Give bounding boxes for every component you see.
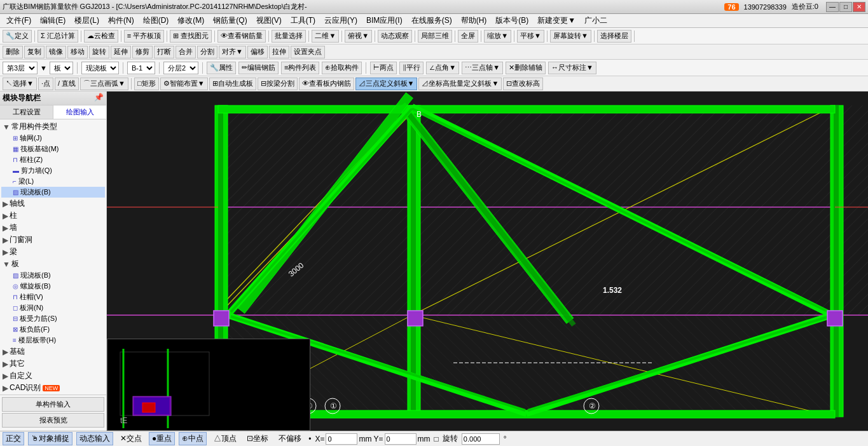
toolbar1-btn[interactable]: 动态观察 [378, 30, 412, 43]
floor-select[interactable]: 第3层 [3, 62, 38, 74]
tree-group-common[interactable]: ▼ 常用构件类型 [1, 121, 105, 133]
tree-group-other[interactable]: ▶其它 [1, 358, 105, 370]
rect-button[interactable]: □矩形 [134, 78, 159, 90]
menu-item-y[interactable]: 云应用(Y) [320, 14, 361, 27]
element-type-select[interactable]: 板 [50, 62, 73, 74]
property-button[interactable]: 🔧属性 [207, 62, 236, 74]
split-by-beam-button[interactable]: ⊟按梁分割 [258, 78, 298, 90]
edit-rebar-button[interactable]: ✏编辑钢筋 [238, 62, 279, 74]
tree-item-hole[interactable]: ◻板洞(N) [1, 302, 105, 313]
drawing-input-tab[interactable]: 绘图输入 [53, 105, 106, 119]
menu-item-h[interactable]: 帮助(H) [457, 14, 491, 27]
center-status[interactable]: ⊕中点 [179, 432, 207, 445]
smart-layout-button[interactable]: ⚙智能布置▼ [160, 78, 208, 90]
minimize-button[interactable]: — [826, 2, 839, 12]
view-slab-rebar-button[interactable]: 👁查看板内钢筋 [299, 78, 354, 90]
menu-item-bimi[interactable]: BIM应用(I) [362, 14, 406, 27]
maximize-button[interactable]: □ [839, 2, 852, 12]
toolbar2-btn[interactable]: 偏移 [247, 46, 268, 58]
menu-item-[interactable]: 广小二 [581, 14, 611, 27]
tree-item-colcap[interactable]: ⊓柱帽(V) [1, 292, 105, 302]
toolbar2-btn[interactable]: 拉伸 [269, 46, 289, 58]
toolbar1-btn[interactable]: 俯视▼ [345, 30, 372, 43]
three-point-axis-button[interactable]: ⋯三点轴▼ [462, 62, 503, 74]
snap-status[interactable]: 🖱对象捕捉 [28, 432, 72, 445]
midpoint-status[interactable]: ●重点 [149, 432, 175, 445]
toolbar1-btn[interactable]: 缩放▼ [484, 30, 511, 43]
toolbar1-btn[interactable]: ☁云检查 [84, 30, 118, 43]
toolbar1-btn[interactable]: ≡ 平齐板顶 [124, 30, 164, 43]
point-button[interactable]: ·点 [38, 78, 53, 90]
batch-slope-button[interactable]: ⊿坐标高批量定义斜板▼ [418, 78, 502, 90]
menu-item-l[interactable]: 楼层(L) [71, 14, 103, 27]
toolbar1-btn[interactable]: 屏幕旋转▼ [550, 30, 591, 43]
tree-item-floor-band[interactable]: ≡楼层板带(H) [1, 335, 105, 346]
auto-gen-button[interactable]: ⊞自动生成板 [209, 78, 256, 90]
tree-item-column[interactable]: ⊓框柱(Z) [1, 154, 105, 165]
toolbar2-btn[interactable]: 删除 [3, 46, 23, 58]
toolbar2-btn[interactable]: 复制 [24, 46, 45, 58]
tree-item-raft[interactable]: ▦筏板基础(M) [1, 144, 105, 154]
three-point-slope-button[interactable]: ⊿三点定义斜板▼ [355, 78, 418, 90]
toolbar2-btn[interactable]: 合并 [176, 46, 196, 58]
component-list-button[interactable]: ≡构件列表 [281, 62, 319, 74]
menu-item-m[interactable]: 修改(M) [174, 14, 208, 27]
toolbar1-btn[interactable]: 批量选择 [272, 30, 306, 43]
project-settings-tab[interactable]: 工程设置 [0, 105, 53, 119]
toolbar1-btn[interactable]: 局部三维 [418, 30, 452, 43]
tree-group-col[interactable]: ▶柱 [1, 210, 105, 222]
toolbar2-btn[interactable]: 修剪 [132, 46, 153, 58]
toolbar2-btn[interactable]: 移动 [67, 46, 88, 58]
y-input[interactable] [385, 433, 417, 445]
tree-group-beam[interactable]: ▶梁 [1, 246, 105, 258]
dynamic-input-status[interactable]: 动态输入 [76, 432, 113, 445]
nav-pin-icon[interactable]: 📌 [94, 93, 104, 104]
tree-item-axis[interactable]: ⊞轴网(J) [1, 133, 105, 144]
no-offset-status[interactable]: 不偏移 [275, 432, 305, 445]
layer-select[interactable]: 分层2 [163, 62, 198, 74]
toolbar1-btn[interactable]: ⊞ 查找图元 [170, 30, 212, 43]
dimension-button[interactable]: ↔尺寸标注▼ [548, 62, 596, 74]
x-input[interactable] [326, 433, 357, 445]
report-preview-button[interactable]: 报表预览 [2, 413, 104, 428]
pick-component-button[interactable]: ⊕拾取构件 [322, 62, 362, 74]
arc-button[interactable]: ⌒三点画弧▼ [80, 78, 128, 90]
toolbar2-btn[interactable]: 设置夹点 [291, 46, 325, 58]
toolbar1-btn[interactable]: 👁查看钢筋量 [217, 30, 266, 43]
menu-item-f[interactable]: 文件(F) [3, 14, 35, 27]
canvas-area[interactable]: B 3000 1.532 .690 .690 A ① ① ② [107, 91, 868, 431]
point-angle-button[interactable]: ∠点角▼ [426, 62, 459, 74]
menu-item-e[interactable]: 编辑(E) [36, 14, 69, 27]
tree-group-custom[interactable]: ▶自定义 [1, 370, 105, 382]
toolbar2-btn[interactable]: 延伸 [111, 46, 131, 58]
tree-group-slab[interactable]: ▼板 [1, 258, 105, 270]
name-select[interactable]: B-1 [127, 62, 155, 74]
menu-item-d[interactable]: 绘图(D) [139, 14, 173, 27]
toolbar1-btn[interactable]: Σ 汇总计算 [38, 30, 78, 43]
intersection-status[interactable]: ✕交点 [117, 432, 145, 445]
tree-item-neg-rebar[interactable]: ⊠板负筋(F) [1, 324, 105, 335]
toolbar2-btn[interactable]: 打断 [154, 46, 174, 58]
toolbar1-btn[interactable]: 选择楼层 [597, 30, 631, 43]
toolbar1-btn[interactable]: 平移▼ [517, 30, 544, 43]
tree-item-shearwall[interactable]: ▬剪力墙(Q) [1, 165, 105, 176]
toolbar1-btn[interactable]: 🔧定义 [3, 30, 32, 43]
view-height-button[interactable]: ⊡查改标高 [503, 78, 543, 90]
ortho-status[interactable]: 正交 [3, 432, 24, 445]
toolbar1-btn[interactable]: 二维▼ [312, 30, 339, 43]
tree-item-cast-slab[interactable]: ▨现浇板(B) [1, 270, 105, 281]
toolbar2-btn[interactable]: 分割 [197, 46, 217, 58]
delete-aux-button[interactable]: ✕删除辅轴 [506, 62, 546, 74]
two-point-button[interactable]: ⊢两点 [370, 62, 397, 74]
menu-item-b[interactable]: 版本号(B) [492, 14, 532, 27]
select-button[interactable]: ↖选择▼ [3, 78, 37, 90]
toolbar1-btn[interactable]: 全屏 [458, 30, 478, 43]
tree-group-cad[interactable]: ▶ CAD识别 NEW [1, 382, 105, 394]
toolbar2-btn[interactable]: 镜像 [46, 46, 66, 58]
tree-group-opening[interactable]: ▶门窗洞 [1, 234, 105, 246]
material-select[interactable]: 现浇板 [81, 62, 119, 74]
menu-item-[interactable]: 新建变更▼ [534, 14, 579, 27]
tree-item-slab[interactable]: ▨现浇板(B) [1, 187, 105, 198]
toolbar2-btn[interactable]: 对齐▼ [219, 46, 246, 58]
menu-item-t[interactable]: 工具(T) [287, 14, 319, 27]
